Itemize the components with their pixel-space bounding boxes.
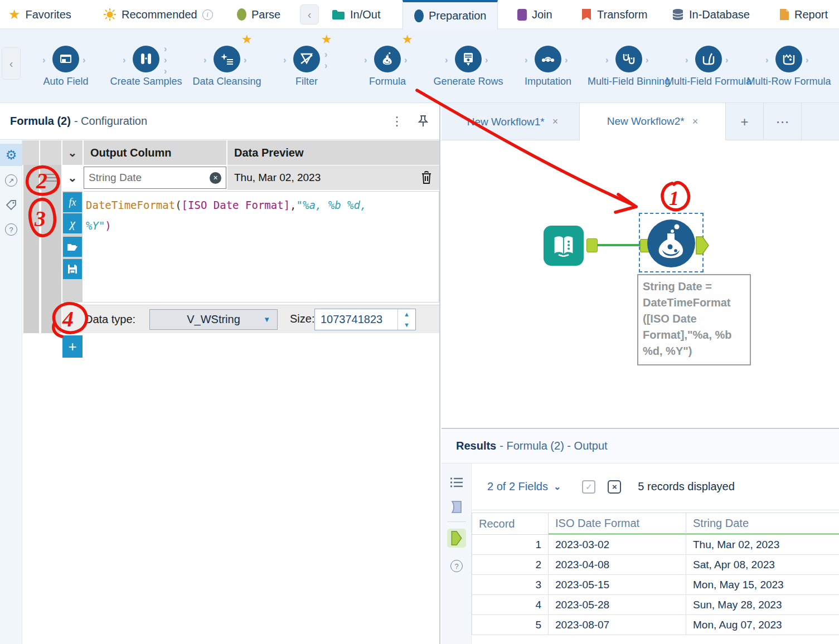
table-row[interactable]: 4 2023-05-28 Sun, May 28, 2023: [472, 595, 839, 615]
cell-iso-date: 2023-03-02: [549, 535, 686, 555]
more-tabs-button[interactable]: ⋯: [764, 103, 802, 140]
annotation-line: %d, %Y"): [643, 343, 745, 359]
delete-expression-button[interactable]: [420, 171, 433, 184]
output-column-input[interactable]: String Date ×: [84, 167, 226, 189]
open-expression-button[interactable]: [63, 237, 82, 257]
arrow-circle-icon: ↗: [5, 174, 17, 187]
results-config-tab[interactable]: [442, 471, 472, 494]
spin-up-button[interactable]: ▲: [398, 309, 415, 320]
table-row[interactable]: 3 2023-05-15 Mon, May 15, 2023: [472, 575, 839, 595]
new-workflow-button[interactable]: +: [726, 103, 764, 140]
save-expression-button[interactable]: [63, 259, 82, 279]
table-row[interactable]: 5 2023-08-07 Mon, Aug 07, 2023: [472, 615, 839, 635]
header-expand-all[interactable]: ⌄: [62, 140, 83, 165]
close-tab-button[interactable]: ×: [692, 116, 699, 128]
row-drag-handle[interactable]: [40, 165, 61, 190]
category-label: In-Database: [689, 8, 750, 21]
category-label: Recommended: [122, 8, 197, 21]
output-anchor-icon: ›: [164, 67, 167, 76]
formula-output-anchor[interactable]: [696, 236, 709, 255]
results-header: Results - Formula (2) - Output: [442, 429, 839, 464]
tool-label: Auto Field: [22, 76, 109, 87]
spin-down-button[interactable]: ▼: [398, 320, 415, 330]
tool-imputation[interactable]: › › Imputation: [509, 29, 587, 103]
cell-string-date: Sun, May 28, 2023: [686, 595, 839, 615]
size-value: 1073741823: [315, 309, 397, 330]
tool-data-cleansing[interactable]: ★ › › Data Cleansing: [188, 29, 266, 103]
workflow-tab-1[interactable]: New Workflow1* ×: [446, 103, 580, 140]
data-cleansing-icon: [220, 52, 234, 66]
category-favorites[interactable]: ★ Favorites: [8, 0, 71, 29]
category-join[interactable]: Join: [517, 0, 552, 29]
open-folder-icon: [67, 242, 78, 251]
pin-panel-button[interactable]: [414, 112, 433, 131]
row-collapse-button[interactable]: ⌄: [62, 165, 83, 190]
close-tab-button[interactable]: ×: [552, 116, 559, 128]
tool-annotation[interactable]: String Date = DateTimeFormat ([ISO Date …: [637, 274, 751, 365]
config-gear-tab[interactable]: ⚙: [0, 144, 22, 166]
input-data-book-icon: [551, 235, 576, 257]
column-header-string-date[interactable]: String Date: [686, 513, 839, 535]
tool-label: Multi-Row Formula: [745, 76, 832, 87]
tool-multi-field-binning[interactable]: › › Multi-Field Binning: [590, 29, 668, 103]
category-parse[interactable]: Parse: [237, 0, 280, 29]
ellipsis-icon: ⋯: [776, 114, 789, 130]
preparation-icon: [414, 9, 424, 22]
size-input[interactable]: 1073741823 ▲ ▼: [314, 309, 416, 330]
config-navigate-tab[interactable]: ↗: [0, 169, 22, 192]
results-help-tab[interactable]: ?: [442, 555, 472, 577]
functions-button[interactable]: fx: [63, 192, 82, 212]
category-preparation-active[interactable]: Preparation: [402, 0, 498, 30]
columns-button[interactable]: χ: [63, 213, 82, 233]
tool-create-samples[interactable]: › › › › Create Samples: [107, 29, 185, 103]
fields-dropdown[interactable]: 2 of 2 Fields ⌄: [487, 480, 561, 493]
table-row[interactable]: 1 2023-03-02 Thu, Mar 02, 2023: [472, 535, 839, 555]
generate-rows-icon: [461, 52, 476, 66]
select-all-checkbox[interactable]: ✓: [582, 480, 595, 494]
results-preview-tab[interactable]: [442, 496, 472, 518]
tool-generate-rows[interactable]: › › Generate Rows: [429, 29, 507, 103]
config-annotation-tab[interactable]: [0, 194, 22, 216]
cell-string-date: Sat, Apr 08, 2023: [686, 555, 839, 575]
tool-formula[interactable]: ★ › › Formula: [348, 29, 426, 103]
input-data-tool[interactable]: [544, 226, 584, 266]
data-type-dropdown[interactable]: V_WString ▼: [149, 309, 278, 330]
workflow-tab-bar: New Workflow1* × New Workflow2* × + ⋯: [442, 103, 839, 140]
column-header-iso-date[interactable]: ISO Date Format: [549, 513, 686, 535]
column-header-record[interactable]: Record: [472, 513, 549, 535]
tool-multi-field-formula[interactable]: › › Multi-Field Formula: [670, 29, 748, 103]
input-anchor-icon: ›: [605, 56, 608, 65]
workflow-tab-2-active[interactable]: New Workflow2* ×: [580, 103, 726, 140]
output-anchor-icon: ›: [565, 56, 568, 65]
info-icon[interactable]: i: [202, 9, 213, 20]
favorite-star-icon: ★: [241, 33, 253, 46]
expression-editor[interactable]: DateTimeFormat([ISO Date Format],"%a, %b…: [84, 191, 439, 303]
tool-auto-field[interactable]: › › Auto Field: [27, 29, 105, 103]
fx-icon: fx: [69, 197, 76, 208]
table-header-row: Record ISO Date Format String Date: [472, 513, 839, 535]
multi-field-binning-icon: [622, 52, 636, 66]
category-report[interactable]: Report: [779, 0, 828, 29]
category-transform[interactable]: Transform: [581, 0, 647, 29]
connection-line[interactable]: [598, 244, 640, 246]
chevron-down-icon: ⌄: [554, 481, 561, 492]
tool-filter[interactable]: ★ › › › Filter: [268, 29, 346, 103]
category-recommended[interactable]: Recommended i: [103, 0, 213, 29]
scroll-categories-left-button[interactable]: ‹: [300, 4, 319, 25]
tool-multi-row-formula[interactable]: › › Multi-Row Formula: [750, 29, 828, 103]
category-in-database[interactable]: In-Database: [672, 0, 750, 29]
output-anchor-icon: ›: [164, 45, 167, 53]
category-in-out[interactable]: In/Out: [332, 0, 380, 29]
results-table: Record ISO Date Format String Date 1 202…: [472, 513, 839, 635]
config-menu-button[interactable]: ⋮: [389, 103, 405, 140]
ribbon-scroll-left-button[interactable]: ‹: [2, 47, 21, 80]
formula-tool[interactable]: [647, 219, 696, 268]
clear-selection-button[interactable]: ×: [608, 480, 621, 494]
clear-field-button[interactable]: ×: [210, 172, 221, 184]
add-expression-button[interactable]: +: [62, 335, 83, 358]
workflow-canvas[interactable]: String Date = DateTimeFormat ([ISO Date …: [442, 140, 839, 428]
output-anchor-tab-selected[interactable]: [442, 526, 472, 550]
config-help-tab[interactable]: ?: [0, 218, 22, 241]
table-row[interactable]: 2 2023-04-08 Sat, Apr 08, 2023: [472, 555, 839, 575]
input-tool-output-anchor[interactable]: [586, 238, 598, 252]
